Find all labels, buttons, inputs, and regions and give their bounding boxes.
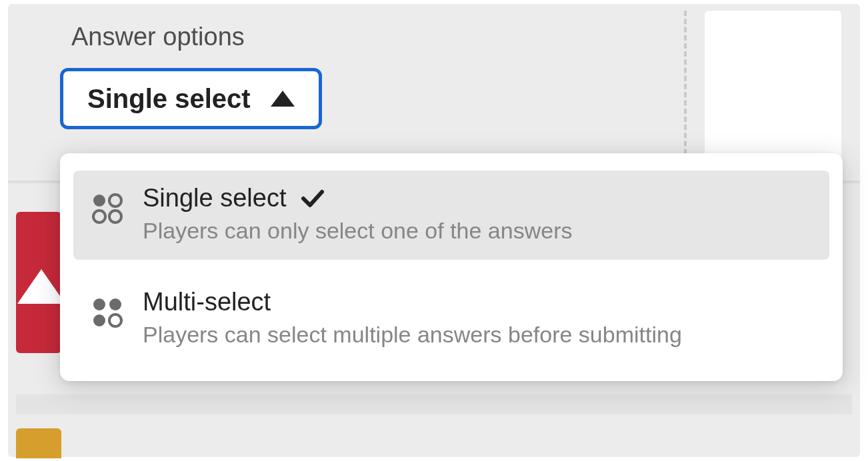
- option-description: Players can select multiple answers befo…: [143, 322, 682, 348]
- option-text-wrap: Single select Players can only select on…: [143, 184, 572, 244]
- option-title-row: Multi-select: [143, 288, 682, 316]
- background-strip: [16, 394, 852, 414]
- caret-up-icon: [271, 91, 295, 107]
- option-multi-select[interactable]: Multi-select Players can select multiple…: [73, 274, 829, 364]
- select-current-value: Single select: [87, 84, 251, 114]
- svg-point-7: [109, 314, 121, 326]
- multi-select-icon: [91, 296, 124, 329]
- option-text-wrap: Multi-select Players can select multiple…: [143, 288, 682, 348]
- option-title: Single select: [143, 184, 286, 213]
- option-single-select[interactable]: Single select Players can only select on…: [73, 171, 829, 260]
- svg-point-2: [93, 211, 105, 223]
- svg-point-0: [93, 195, 105, 207]
- svg-point-6: [93, 314, 105, 326]
- answer-tile-red: [16, 212, 61, 353]
- svg-point-5: [109, 298, 121, 310]
- option-description: Players can only select one of the answe…: [143, 218, 572, 244]
- check-icon: [301, 187, 325, 211]
- answer-options-dropdown: Single select Players can only select on…: [60, 153, 843, 381]
- single-select-icon: [91, 192, 124, 225]
- svg-point-4: [93, 298, 105, 310]
- answer-tile-yellow: [16, 428, 61, 458]
- preview-placeholder: [705, 11, 841, 167]
- option-title: Multi-select: [143, 288, 271, 316]
- option-title-row: Single select: [143, 184, 572, 213]
- answer-options-select-button[interactable]: Single select: [60, 68, 322, 129]
- svg-point-3: [109, 211, 121, 223]
- svg-point-1: [109, 195, 121, 207]
- vertical-dashed-divider: [684, 11, 687, 163]
- panel-background: Answer options Single select Single sele…: [8, 4, 860, 457]
- section-label: Answer options: [71, 23, 245, 51]
